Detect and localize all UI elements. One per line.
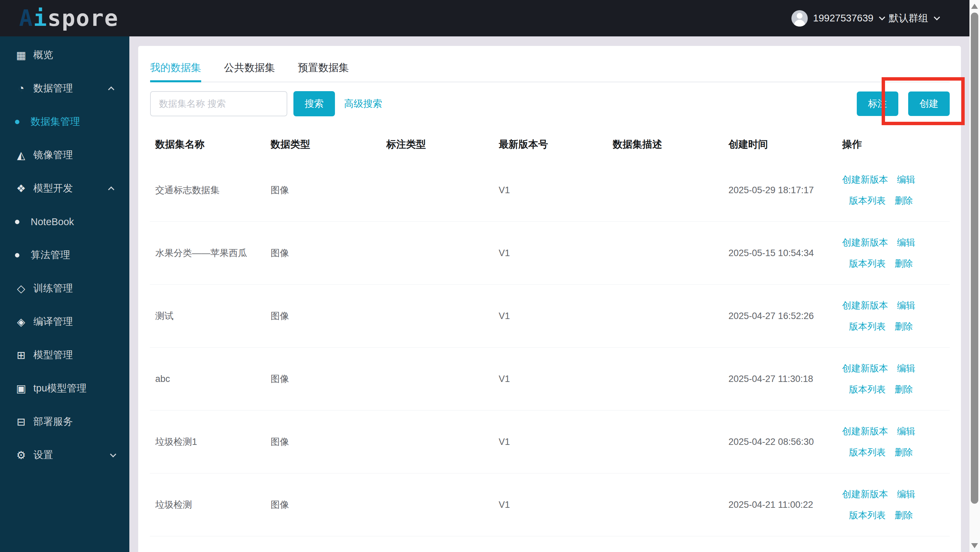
- edit-link[interactable]: 编辑: [897, 299, 915, 311]
- sidebar-item-label: 算法管理: [31, 248, 70, 262]
- dataset-name: 垃圾检测: [155, 499, 270, 511]
- actions-line-1: 创建新版本编辑: [842, 299, 915, 311]
- toolbar: 搜索 高级搜索 标注 创建: [150, 91, 950, 116]
- dataset-name: abc: [155, 374, 270, 384]
- overview-grid-icon: ▦: [14, 49, 29, 62]
- avatar-head: [797, 13, 802, 19]
- version-list-link[interactable]: 版本列表: [849, 257, 886, 270]
- dataset-name: 测试: [155, 310, 270, 322]
- scrollbar-thumb[interactable]: [971, 13, 978, 504]
- edit-link[interactable]: 编辑: [897, 425, 915, 438]
- chevron-up-icon: [108, 86, 114, 92]
- latest-version: V1: [499, 311, 613, 321]
- table-row: abc图像V12025-04-27 11:30:18创建新版本编辑版本列表删除: [150, 347, 950, 411]
- latest-version: V1: [499, 248, 613, 259]
- app-logo: Aispore: [19, 7, 118, 30]
- edit-link[interactable]: 编辑: [897, 488, 915, 500]
- data-type: 图像: [270, 310, 387, 322]
- delete-link[interactable]: 删除: [894, 320, 913, 333]
- sidebar-item-notebook[interactable]: NoteBook: [0, 205, 129, 238]
- table-row: 垃圾检测1图像V12025-04-22 08:56:30创建新版本编辑版本列表删…: [150, 411, 950, 473]
- advanced-search-link[interactable]: 高级搜索: [344, 97, 382, 110]
- sidebar-item-compile-management[interactable]: ◈编译管理: [0, 305, 129, 338]
- model-management-icon: ⊞: [14, 349, 29, 362]
- tpu-model-management-icon: ▣: [14, 382, 29, 395]
- sidebar-item-settings[interactable]: ⚙设置: [0, 438, 129, 472]
- latest-version: V1: [499, 500, 613, 510]
- actions-line-1: 创建新版本编辑: [842, 488, 915, 500]
- version-list-link[interactable]: 版本列表: [849, 509, 886, 521]
- row-actions: 创建新版本编辑版本列表删除: [842, 173, 950, 207]
- username-menu[interactable]: 19927537639: [813, 13, 873, 24]
- tab-public-datasets[interactable]: 公共数据集: [224, 58, 275, 82]
- create-new-version-link[interactable]: 创建新版本: [842, 173, 888, 186]
- sidebar-item-label: 镜像管理: [33, 148, 73, 162]
- sidebar-item-deploy-service[interactable]: ⊟部署服务: [0, 405, 129, 438]
- create-new-version-link[interactable]: 创建新版本: [842, 425, 888, 438]
- actions-line-1: 创建新版本编辑: [842, 362, 915, 374]
- scroll-up-arrow-icon[interactable]: [971, 4, 978, 9]
- column-header: 操作: [842, 138, 950, 151]
- tab-preset-datasets[interactable]: 预置数据集: [298, 58, 349, 82]
- group-menu[interactable]: 默认群组: [889, 11, 928, 25]
- actions-line-1: 创建新版本编辑: [842, 425, 915, 438]
- table-row-partial: 创建新版本编辑版本列表删除: [150, 536, 950, 552]
- column-header: 数据类型: [270, 138, 387, 151]
- dataset-name: 垃圾检测1: [155, 436, 270, 448]
- column-header: 数据集描述: [613, 138, 729, 151]
- create-new-version-link[interactable]: 创建新版本: [842, 236, 888, 249]
- edit-link[interactable]: 编辑: [897, 236, 915, 249]
- bullet-icon: [15, 220, 19, 224]
- sidebar-item-tpu-model-management[interactable]: ▣tpu模型管理: [0, 372, 129, 405]
- sidebar-item-label: 训练管理: [33, 282, 73, 295]
- compile-management-icon: ◈: [14, 316, 29, 328]
- search-button[interactable]: 搜索: [293, 91, 335, 116]
- column-header: 创建时间: [729, 138, 842, 151]
- actions-line-2: 版本列表删除: [842, 320, 913, 333]
- sidebar-item-label: 部署服务: [33, 415, 73, 428]
- version-list-link[interactable]: 版本列表: [849, 383, 886, 395]
- model-development-icon: ❖: [14, 182, 29, 195]
- main-content: 我的数据集公共数据集预置数据集 搜索 高级搜索 标注 创建 数据集名称数据类型标…: [129, 36, 969, 552]
- logo-letter-i: i: [33, 5, 48, 31]
- delete-link[interactable]: 删除: [894, 383, 913, 395]
- create-new-version-link[interactable]: 创建新版本: [842, 488, 888, 500]
- annotate-button[interactable]: 标注: [857, 92, 898, 116]
- edit-link[interactable]: 编辑: [897, 173, 915, 186]
- create-new-version-link[interactable]: 创建新版本: [842, 299, 888, 311]
- sidebar-item-mirror-management[interactable]: ◭镜像管理: [0, 138, 129, 172]
- edit-link[interactable]: 编辑: [897, 362, 915, 374]
- top-bar: Aispore 19927537639 默认群组: [0, 0, 969, 36]
- latest-version: V1: [499, 185, 613, 195]
- sidebar-item-dataset-management[interactable]: 数据集管理: [0, 105, 129, 138]
- create-new-version-link[interactable]: 创建新版本: [842, 362, 888, 374]
- tab-my-datasets[interactable]: 我的数据集: [150, 58, 201, 82]
- delete-link[interactable]: 删除: [894, 446, 913, 458]
- sidebar-item-algorithm-management[interactable]: 算法管理: [0, 238, 129, 272]
- user-avatar-icon: [791, 10, 808, 27]
- create-button[interactable]: 创建: [908, 92, 950, 116]
- bullet-icon: [15, 253, 19, 257]
- sidebar-item-training-management[interactable]: ◇训练管理: [0, 272, 129, 305]
- version-list-link[interactable]: 版本列表: [849, 446, 886, 458]
- sidebar-item-model-management[interactable]: ⊞模型管理: [0, 338, 129, 372]
- delete-link[interactable]: 删除: [894, 257, 913, 270]
- avatar-body: [794, 20, 805, 27]
- sidebar-item-overview[interactable]: ▦概览: [0, 38, 129, 72]
- logo-text-rest: spore: [48, 5, 119, 31]
- page-scrollbar[interactable]: [969, 0, 980, 552]
- sidebar-item-label: 设置: [33, 448, 53, 462]
- version-list-link[interactable]: 版本列表: [849, 195, 886, 207]
- mirror-management-icon: ◭: [14, 149, 29, 162]
- sidebar-item-model-development[interactable]: ❖模型开发: [0, 172, 129, 205]
- sidebar-item-label: 数据集管理: [31, 115, 80, 128]
- actions-line-2: 版本列表删除: [842, 195, 913, 207]
- sidebar-item-label: 编译管理: [33, 315, 73, 328]
- scroll-down-arrow-icon[interactable]: [971, 543, 978, 548]
- sidebar-item-data-management[interactable]: ◔数据管理: [0, 72, 129, 105]
- delete-link[interactable]: 删除: [894, 509, 913, 521]
- dataset-search-input[interactable]: [150, 91, 287, 116]
- table-row: 垃圾检测图像V12025-04-21 11:00:22创建新版本编辑版本列表删除: [150, 473, 950, 536]
- delete-link[interactable]: 删除: [894, 195, 913, 207]
- version-list-link[interactable]: 版本列表: [849, 320, 886, 333]
